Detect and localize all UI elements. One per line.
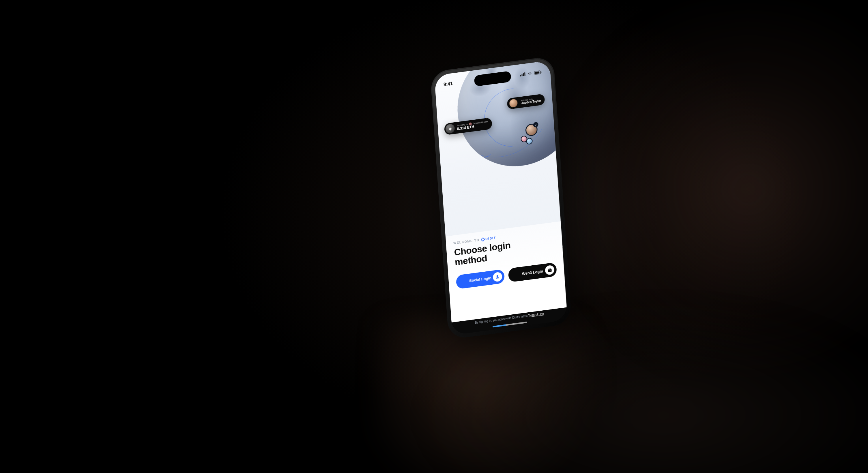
web3-login-label: Web3 Login [522, 269, 543, 276]
brand-badge: DIDIT [481, 236, 496, 242]
brand-name: DIDIT [485, 236, 496, 241]
status-time: 9:41 [443, 81, 453, 87]
home-indicator [493, 322, 527, 328]
social-login-label: Social Login [469, 276, 492, 283]
social-login-button[interactable]: Social Login [456, 269, 505, 289]
ambient-hand-glow [375, 317, 635, 473]
phone-screen: 9:41 [434, 61, 568, 335]
cellular-signal-icon [520, 72, 525, 76]
user-icon [493, 272, 502, 282]
eyebrow-prefix: WELCOME TO [453, 239, 479, 245]
login-button-row: Social Login Web3 Login [456, 262, 557, 289]
ambient-person-silhouette [574, 0, 868, 473]
phone-frame: 9:41 [430, 56, 572, 340]
svg-rect-1 [535, 71, 539, 74]
status-icons [520, 70, 541, 77]
wifi-icon [527, 71, 532, 75]
phone-mockup: 9:41 [430, 56, 572, 340]
didit-logo-icon [480, 238, 485, 242]
avatar-cluster: ✓ [519, 123, 538, 143]
terms-link[interactable]: Term of Use [528, 312, 544, 317]
web3-login-button[interactable]: Web3 Login [508, 262, 557, 282]
friend-avatar-icon [508, 98, 518, 108]
battery-icon [534, 70, 542, 75]
login-card: WELCOME TO DIDIT Choose login method Soc… [445, 221, 567, 322]
svg-rect-2 [541, 71, 541, 73]
ethereum-icon: ◆ [445, 123, 455, 134]
recipient-avatar-icon [469, 123, 472, 126]
wallet-icon [545, 265, 555, 275]
